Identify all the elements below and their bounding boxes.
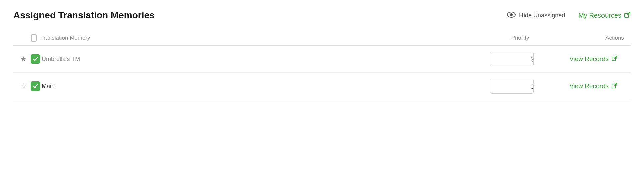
row-1-actions-cell: View Records	[550, 55, 624, 63]
column-header-priority: Priority	[490, 35, 550, 41]
hide-unassigned-button[interactable]: Hide Unassigned	[507, 11, 565, 20]
row-1-priority-input[interactable]	[490, 55, 534, 63]
my-resources-label: My Resources	[578, 12, 621, 19]
table-row: ☆ Main ▲ ▼ View Rec	[13, 73, 631, 100]
row-1-external-link-icon	[611, 55, 617, 63]
header-actions: Hide Unassigned My Resources	[507, 11, 631, 20]
row-1-view-records-button[interactable]: View Records	[550, 55, 617, 63]
eye-icon	[507, 11, 516, 20]
row-2-actions-cell: View Records	[550, 82, 624, 90]
table-row: ★ Umbrella's TM ▲ ▼	[13, 46, 631, 73]
svg-point-1	[510, 13, 513, 16]
table-header: Translation Memory Priority Actions	[13, 31, 631, 46]
row-2-priority-spinner: ▲ ▼	[490, 79, 534, 94]
row-1-star-icon[interactable]: ★	[20, 55, 27, 63]
translation-memories-table: Translation Memory Priority Actions ★ Um…	[13, 31, 631, 100]
external-link-icon	[624, 11, 631, 20]
row-1-name: Umbrella's TM	[37, 56, 490, 63]
row-1-checkbox-cell: ★	[20, 54, 37, 64]
row-2-priority-input[interactable]	[490, 82, 534, 90]
row-2-external-link-icon	[611, 82, 617, 90]
header-checkbox-cell	[20, 34, 37, 42]
row-2-priority-cell: ▲ ▼	[490, 79, 550, 94]
hide-unassigned-label: Hide Unassigned	[519, 12, 565, 19]
column-header-name: Translation Memory	[37, 35, 490, 41]
row-1-view-records-label: View Records	[569, 55, 609, 63]
page-title: Assigned Translation Memories	[13, 10, 155, 21]
row-2-name: Main	[37, 83, 490, 90]
row-2-view-records-label: View Records	[569, 82, 609, 90]
my-resources-link[interactable]: My Resources	[578, 11, 631, 20]
row-2-view-records-button[interactable]: View Records	[550, 82, 617, 90]
row-2-star-icon[interactable]: ☆	[20, 82, 27, 91]
row-1-priority-spinner: ▲ ▼	[490, 52, 534, 66]
column-header-actions: Actions	[550, 35, 624, 41]
row-2-checkbox-cell: ☆	[20, 81, 37, 91]
select-all-checkbox[interactable]	[31, 34, 37, 42]
row-1-priority-cell: ▲ ▼	[490, 52, 550, 66]
